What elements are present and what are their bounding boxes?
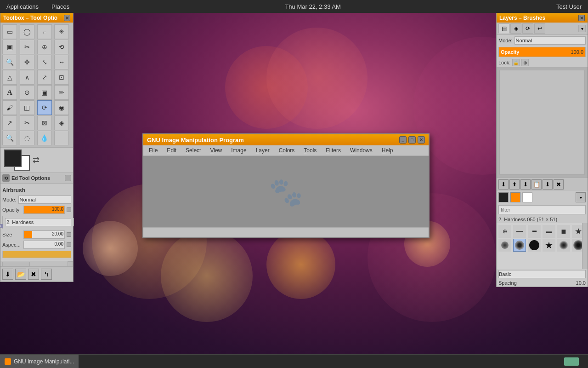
layers-tab-paths[interactable]: ⟳	[522, 23, 533, 34]
brush-cell-grunge1[interactable]	[557, 239, 570, 252]
brush-category-select[interactable]: Basic, Advanced All	[498, 270, 586, 278]
layers-tab-channels[interactable]: ◈	[510, 23, 521, 34]
brush-cell-soft2[interactable]	[513, 239, 526, 252]
pencil-tool[interactable]: ✏	[54, 85, 69, 100]
gimp-menu-layer[interactable]: Layer	[252, 146, 273, 155]
mode-select[interactable]: Normal Dissolve Multiply	[18, 196, 71, 204]
layers-tab-undo[interactable]: ↩	[534, 23, 545, 34]
gimp-maximize-button[interactable]: □	[408, 136, 416, 144]
anchor-layer-button[interactable]: ⬇	[543, 179, 553, 190]
gimp-menu-windows[interactable]: Windows	[346, 146, 376, 155]
eraser-tool[interactable]: ◫	[20, 100, 34, 115]
gimp-menu-edit[interactable]: Edit	[163, 146, 180, 155]
gimp-close-button[interactable]: ✕	[418, 136, 425, 144]
airbrush-tool[interactable]: ⟳	[37, 100, 52, 115]
applications-menu[interactable]: Applications	[0, 1, 45, 12]
perspective-tool[interactable]: ⤢	[37, 70, 52, 85]
fg-color-swatch[interactable]	[4, 150, 22, 167]
reset-button[interactable]: ↰	[41, 269, 52, 280]
gimp-menu-help[interactable]: Help	[378, 146, 397, 155]
white-color-button[interactable]	[522, 192, 532, 202]
brush-preview[interactable]: +	[2, 216, 3, 229]
fuzzy-select-tool[interactable]: ✳	[54, 24, 69, 39]
smudge-tool[interactable]: ⊠	[37, 115, 52, 130]
warp-tool[interactable]: ◌	[20, 131, 34, 145]
brush-cell-line2[interactable]: —	[513, 225, 526, 238]
taskbar-gimp-item[interactable]: GNU Image Manipulati...	[0, 355, 79, 368]
delete-layer-button[interactable]: ✖	[554, 179, 564, 190]
duplicate-layer-button[interactable]: 📋	[531, 179, 542, 190]
foreground-select-tool[interactable]: ⊕	[37, 40, 52, 54]
paintbrush-tool[interactable]: 🖌	[2, 100, 17, 115]
heal-tool[interactable]: ↗	[2, 115, 17, 130]
save-settings-button[interactable]: 📂	[15, 269, 26, 280]
gimp-titlebar[interactable]: GNU Image Manipulation Program _ □ ✕	[143, 134, 429, 145]
brush-cell-line1[interactable]: ⊕	[498, 225, 511, 238]
aspect-pin[interactable]	[67, 242, 71, 247]
size-pin[interactable]	[67, 232, 71, 237]
text-tool[interactable]: A	[2, 85, 17, 100]
bg-color-button[interactable]	[510, 192, 520, 202]
brush-cell-line5[interactable]: ■	[557, 225, 570, 238]
lock-pixels-button[interactable]: 🔒	[512, 59, 520, 66]
layers-menu-button[interactable]: ▾	[578, 25, 586, 32]
brush-cell-star2[interactable]: ★	[543, 239, 555, 252]
measure-tool[interactable]: ✜	[20, 55, 34, 69]
rect-select-tool[interactable]: ▭	[2, 24, 17, 39]
brush-cell-line4[interactable]: ▬	[543, 225, 555, 238]
gimp-minimize-button[interactable]: _	[399, 136, 407, 144]
gimp-menu-tools[interactable]: Tools	[300, 146, 320, 155]
new-layer-group-button[interactable]: ⬇	[498, 179, 509, 190]
clone-tool[interactable]: ✂	[20, 115, 34, 130]
swap-colors-icon[interactable]: ⇄	[33, 155, 40, 165]
fg-color-button[interactable]	[498, 192, 509, 202]
delete-settings-button[interactable]: ✖	[28, 269, 39, 280]
brush-cell-line3[interactable]: ━	[528, 225, 541, 238]
gimp-menu-select[interactable]: Select	[182, 146, 204, 155]
scroll-thumb[interactable]	[2, 262, 30, 266]
align-tool[interactable]: ↔	[54, 55, 69, 69]
lock-alpha-button[interactable]: ⊕	[521, 59, 529, 66]
brush-scroll[interactable]	[73, 218, 74, 226]
layers-mode-select[interactable]: Normal Dissolve	[514, 36, 586, 45]
lower-layer-button[interactable]: ⬇	[520, 179, 531, 190]
free-select-tool[interactable]: ⌐	[37, 24, 52, 39]
brush-scrollbar[interactable]	[582, 223, 588, 269]
free-transform-tool[interactable]: △	[2, 70, 17, 85]
dodge-burn-tool[interactable]: ◈	[54, 115, 69, 130]
brush-cell-soft1[interactable]	[498, 239, 511, 252]
restore-defaults-button[interactable]: ⬇	[2, 269, 13, 280]
color-picker-tool[interactable]: 🔍	[2, 131, 17, 145]
dodge-tool[interactable]: 💧	[37, 131, 52, 145]
gimp-menu-view[interactable]: View	[206, 146, 226, 155]
opacity-bar[interactable]: 100.0	[23, 206, 65, 214]
scroll-right-btn[interactable]	[68, 261, 73, 267]
brush-filter-input[interactable]	[498, 205, 586, 214]
gimp-menu-colors[interactable]: Colors	[275, 146, 299, 155]
by-color-tool[interactable]: ▣	[2, 40, 17, 54]
tool-options-scrollbar[interactable]	[0, 261, 73, 266]
ink-tool[interactable]: ◉	[54, 100, 69, 115]
toolbox-titlebar[interactable]: Toolbox – Tool Optio ✕	[0, 13, 73, 23]
layers-tab-layers[interactable]: ▤	[498, 23, 509, 34]
brush-cell-round1[interactable]	[528, 239, 541, 252]
ellipse-select-tool[interactable]: ◯	[20, 24, 34, 39]
rotate-tool[interactable]: ⟲	[54, 40, 69, 54]
bucket-fill-tool[interactable]: ⊙	[20, 85, 34, 100]
toolbox-close-button[interactable]: ✕	[64, 15, 70, 21]
zoom-tool[interactable]: 🔍	[2, 55, 17, 69]
brush-name-input[interactable]	[5, 218, 71, 226]
gimp-menu-image[interactable]: Image	[227, 146, 250, 155]
tool-options-pin[interactable]	[65, 175, 71, 181]
gimp-menu-file[interactable]: File	[145, 146, 161, 155]
flip-tool[interactable]: ⊡	[54, 70, 69, 85]
blend-tool[interactable]: ▣	[37, 85, 52, 100]
scissors-tool[interactable]: ✂	[20, 40, 34, 54]
opacity-pin[interactable]	[67, 207, 71, 212]
layers-opacity-bar[interactable]: Opacity 100.0	[498, 47, 586, 57]
gimp-menu-filters[interactable]: Filters	[322, 146, 345, 155]
extra-option-bar[interactable]	[2, 251, 71, 258]
places-menu[interactable]: Places	[45, 1, 76, 12]
shear-tool[interactable]: ∧	[20, 70, 34, 85]
size-bar[interactable]: 20.00	[23, 230, 65, 239]
